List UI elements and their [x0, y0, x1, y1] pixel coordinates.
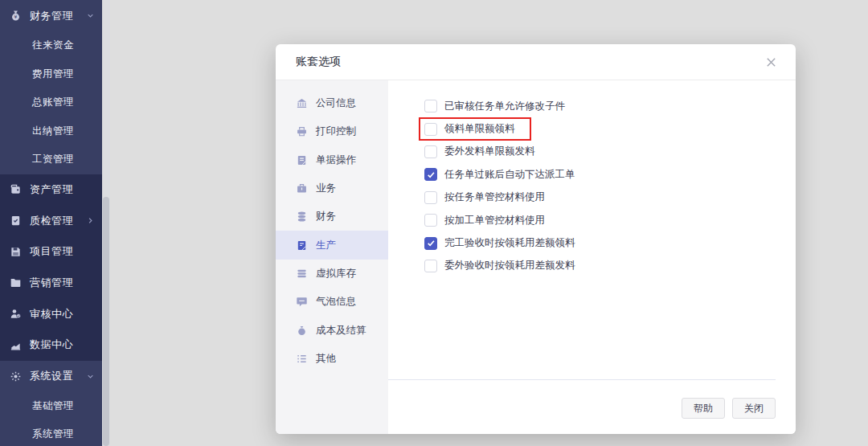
chevron-down-icon [87, 12, 94, 19]
checkbox[interactable] [424, 191, 437, 204]
sidebar-item-expense-mgmt[interactable]: 费用管理 [0, 60, 102, 89]
checkbox-row-outsource-issue-limit: 委外发料单限额发料 [419, 141, 551, 163]
checkbox[interactable] [424, 145, 437, 158]
dialog-footer: 帮助 关闭 [682, 398, 776, 419]
sidebar-item-label: 系统管理 [32, 428, 74, 441]
nav-item-label: 公司信息 [316, 96, 356, 110]
dialog-content: 已审核任务单允许修改子件 领料单限额领料 委外发料单限额发料 任务单过账后自动下… [388, 80, 796, 434]
sidebar-item-label: 质检管理 [30, 214, 73, 228]
sidebar-item-label: 出纳管理 [32, 125, 74, 138]
sidebar-item-system-mgmt[interactable]: 系统管理 [0, 420, 102, 446]
checkbox-label[interactable]: 完工验收时按领耗用差额领料 [444, 236, 575, 250]
sidebar-group-finance: ¥ 财务管理 往来资金 费用管理 总账管理 出纳管理 工资管理 [0, 0, 102, 174]
dialog-nav: 公司信息 打印控制 单据操作 [276, 80, 388, 434]
audit-icon [9, 308, 22, 321]
sidebar-item-cashier-mgmt[interactable]: 出纳管理 [0, 117, 102, 146]
close-icon[interactable] [764, 55, 778, 69]
nav-item-label: 虚拟库存 [316, 267, 356, 280]
sidebar-item-project-mgmt[interactable]: 项目管理 [0, 236, 102, 268]
nav-item-other[interactable]: 其他 [276, 345, 388, 373]
checkbox-label[interactable]: 任务单过账后自动下达派工单 [444, 168, 575, 182]
checkbox[interactable] [424, 237, 437, 250]
chart-icon [9, 338, 22, 351]
sidebar-item-data-center[interactable]: 数据中心 [0, 329, 102, 361]
checkbox[interactable] [424, 214, 437, 227]
gear-icon [9, 370, 22, 383]
sidebar-item-basic-mgmt[interactable]: 基础管理 [0, 392, 102, 421]
nav-item-business[interactable]: 业务 [276, 174, 388, 203]
checkbox-row-task-material-control: 按任务单管控材料使用 [419, 186, 561, 209]
nav-item-label: 成本及结算 [316, 324, 366, 338]
sidebar-scrollbar[interactable] [102, 0, 110, 446]
sidebar-item-label: 财务管理 [30, 9, 73, 23]
checkbox-row-approved-task-edit: 已审核任务单允许修改子件 [419, 95, 581, 117]
help-button[interactable]: 帮助 [682, 398, 725, 419]
quality-icon [9, 215, 22, 227]
nav-item-label: 打印控制 [316, 125, 356, 138]
checkbox-label[interactable]: 按任务单管控材料使用 [444, 190, 545, 204]
checkbox[interactable] [424, 123, 437, 136]
sidebar-item-finance-mgmt[interactable]: ¥ 财务管理 [0, 0, 102, 31]
nav-item-label: 气泡信息 [316, 295, 356, 309]
folder-icon [9, 276, 22, 289]
printer-icon [296, 125, 308, 137]
nav-item-label: 单据操作 [316, 153, 356, 167]
checkbox-label[interactable]: 按加工单管控材料使用 [444, 214, 545, 227]
production-icon [296, 239, 308, 252]
sidebar-middle-section: 资产管理 质检管理 项目管理 营销管 [0, 174, 102, 361]
sidebar-item-label: 费用管理 [32, 68, 74, 81]
bank-icon [296, 97, 308, 109]
checkbox[interactable] [424, 168, 437, 181]
checkbox-row-process-material-control: 按加工单管控材料使用 [419, 209, 561, 231]
nav-item-label: 其他 [316, 352, 336, 366]
checkbox[interactable] [424, 260, 437, 272]
sidebar-item-marketing-mgmt[interactable]: 营销管理 [0, 268, 102, 299]
sidebar-item-label: 项目管理 [30, 244, 73, 259]
close-button[interactable]: 关闭 [732, 398, 776, 419]
nav-item-document-ops[interactable]: 单据操作 [276, 146, 388, 174]
chevron-down-icon [87, 373, 94, 380]
sidebar-item-label: 资产管理 [30, 182, 73, 197]
checkbox-label[interactable]: 委外验收时按领耗用差额发料 [444, 259, 575, 272]
briefcase-icon [296, 182, 308, 194]
sidebar-item-asset-mgmt[interactable]: 资产管理 [0, 174, 102, 206]
nav-item-print-control[interactable]: 打印控制 [276, 117, 388, 145]
sidebar-item-audit-center[interactable]: 审核中心 [0, 298, 102, 329]
nav-item-label: 财务 [316, 210, 336, 223]
checkbox-row-completion-diff-picking: 完工验收时按领耗用差额领料 [419, 231, 592, 254]
nav-item-production[interactable]: 生产 [276, 231, 388, 259]
nav-item-bubble-info[interactable]: 气泡信息 [276, 288, 388, 316]
nav-item-cost-settlement[interactable]: 成本及结算 [276, 316, 388, 344]
checkbox-label[interactable]: 委外发料单限额发料 [444, 145, 535, 158]
sidebar-item-label: 系统设置 [30, 369, 73, 383]
list-icon [296, 353, 308, 365]
checkbox-label[interactable]: 领料单限额领料 [444, 122, 515, 136]
database-icon [296, 211, 308, 223]
project-icon [9, 245, 22, 258]
sidebar-item-quality-mgmt[interactable]: 质检管理 [0, 205, 102, 236]
sidebar-group-system: 系统设置 基础管理 系统管理 [0, 361, 102, 446]
checkbox-label[interactable]: 已审核任务单允许修改子件 [444, 100, 565, 113]
sidebar-item-system-settings[interactable]: 系统设置 [0, 361, 102, 392]
sidebar-item-current-funds[interactable]: 往来资金 [0, 31, 102, 60]
page: ¥ 财务管理 往来资金 费用管理 总账管理 出纳管理 工资管理 资产管理 [0, 0, 868, 446]
nav-item-finance[interactable]: 财务 [276, 203, 388, 231]
cost-icon [296, 325, 308, 337]
nav-item-company-info[interactable]: 公司信息 [276, 89, 388, 117]
sidebar-item-ledger-mgmt[interactable]: 总账管理 [0, 88, 102, 117]
checkbox-list: 已审核任务单允许修改子件 领料单限额领料 委外发料单限额发料 任务单过账后自动下… [388, 80, 796, 277]
sidebar: ¥ 财务管理 往来资金 费用管理 总账管理 出纳管理 工资管理 资产管理 [0, 0, 102, 446]
dialog-body: 公司信息 打印控制 单据操作 [276, 80, 796, 434]
sidebar-item-label: 营销管理 [30, 276, 73, 290]
checkbox[interactable] [424, 100, 437, 113]
dialog-title: 账套选项 [296, 55, 341, 69]
scrollbar-thumb[interactable] [103, 197, 109, 446]
svg-text:¥: ¥ [14, 14, 17, 19]
nav-item-virtual-inventory[interactable]: 虚拟库存 [276, 260, 388, 288]
sidebar-item-label: 往来资金 [32, 39, 74, 52]
footer-divider [388, 379, 776, 380]
sidebar-item-label: 总账管理 [32, 96, 74, 109]
account-options-dialog: 账套选项 公司信息 打印控制 [276, 44, 796, 434]
sidebar-item-salary-mgmt[interactable]: 工资管理 [0, 145, 102, 174]
nav-item-label: 生产 [316, 239, 336, 252]
